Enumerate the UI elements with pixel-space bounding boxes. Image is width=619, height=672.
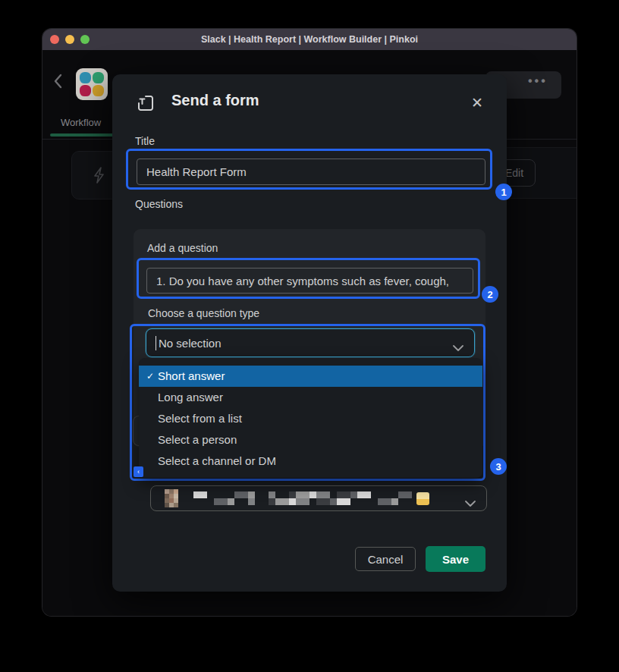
text-cursor	[156, 336, 156, 350]
more-options-icon[interactable]: •••	[528, 74, 548, 88]
cancel-button[interactable]: Cancel	[355, 547, 416, 571]
question-type-dropdown: ✓Short answerLong answerSelect from a li…	[139, 358, 482, 478]
dropdown-option[interactable]: Long answer	[139, 387, 482, 408]
window-title: Slack | Health Report | Workflow Builder…	[201, 34, 418, 45]
hidden-element-corner: ‹	[134, 466, 143, 477]
modal-title: Send a form	[171, 92, 259, 109]
question-type-select[interactable]: No selection	[146, 328, 475, 357]
annotation-badge-2: 2	[482, 286, 498, 303]
annotation-box-3: No selection ✓Short answerLong answerSel…	[130, 324, 485, 481]
emoji-icon	[416, 492, 429, 505]
lightning-bolt-icon	[91, 165, 109, 186]
dropdown-option[interactable]: Select a person	[139, 429, 482, 451]
question-text-input[interactable]: 1. Do you have any other symptoms such a…	[146, 268, 473, 294]
screen: Slack | Health Report | Workflow Builder…	[0, 0, 619, 672]
add-question-label: Add a question	[147, 242, 218, 254]
app-icon-blue-dot	[80, 72, 91, 83]
window-titlebar: Slack | Health Report | Workflow Builder…	[42, 29, 577, 50]
app-icon-red-dot	[80, 85, 91, 96]
chevron-down-icon	[465, 496, 476, 510]
check-icon: ✓	[146, 366, 154, 387]
zoom-window-button[interactable]	[80, 35, 90, 44]
dropdown-option-label: Select a channel or DM	[158, 454, 276, 467]
workflow-app-icon	[76, 68, 108, 100]
traffic-lights	[50, 35, 90, 44]
save-button[interactable]: Save	[426, 546, 485, 572]
dropdown-option[interactable]: Select from a list	[139, 408, 482, 429]
avatar	[165, 489, 178, 507]
title-field-label: Title	[135, 135, 155, 147]
minimize-window-button[interactable]	[65, 35, 74, 44]
dropdown-option[interactable]: Select a channel or DM	[139, 451, 482, 472]
tab-workflow[interactable]: Workflow	[61, 117, 101, 128]
redacted-text	[193, 491, 410, 505]
chevron-down-icon	[453, 341, 463, 354]
dropdown-option-label: Select from a list	[158, 412, 242, 425]
close-window-button[interactable]	[50, 35, 59, 44]
form-title-input[interactable]: Health Report Form	[137, 159, 485, 185]
form-icon	[137, 94, 155, 115]
annotation-badge-1: 1	[495, 184, 512, 200]
channel-selector[interactable]	[150, 485, 487, 511]
back-chevron-icon[interactable]	[52, 73, 64, 93]
annotation-badge-3: 3	[490, 458, 507, 475]
question-type-label: Choose a question type	[148, 307, 259, 319]
dropdown-option[interactable]: ✓Short answer	[139, 366, 482, 387]
dropdown-option-label: Long answer	[158, 391, 223, 404]
dropdown-option-label: Select a person	[158, 433, 237, 446]
annotation-box-2: 1. Do you have any other symptoms such a…	[137, 258, 480, 299]
app-window: Slack | Health Report | Workflow Builder…	[42, 29, 577, 616]
close-icon[interactable]: ✕	[467, 93, 487, 112]
app-icon-yellow-dot	[93, 85, 104, 96]
questions-section-label: Questions	[135, 198, 183, 210]
window-content: Workflow Edit ••• Send a form ✕	[42, 50, 577, 616]
dropdown-option-label: Short answer	[158, 369, 225, 382]
annotation-box-1: Health Report Form	[126, 149, 492, 190]
app-icon-green-dot	[93, 72, 104, 83]
question-type-select-value: No selection	[159, 337, 222, 350]
send-a-form-modal: Send a form ✕ Title Health Report Form 1…	[112, 74, 507, 592]
